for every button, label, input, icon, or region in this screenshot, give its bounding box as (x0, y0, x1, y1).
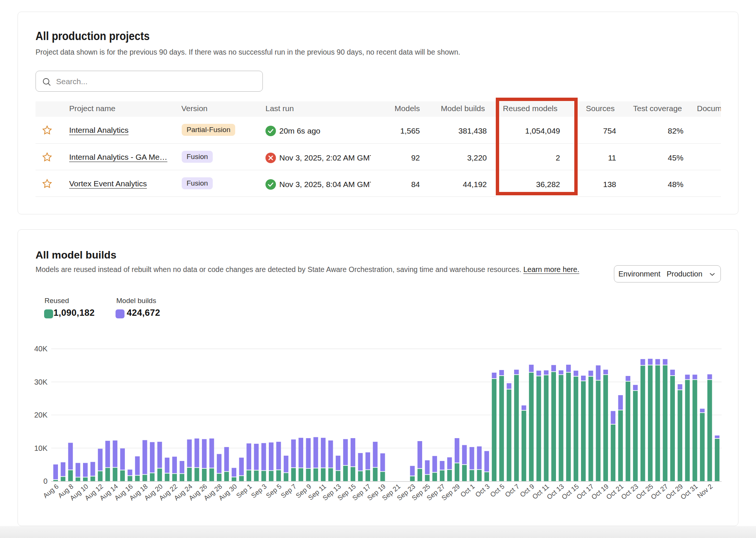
svg-text:40K: 40K (34, 345, 47, 353)
svg-text:Sep 5: Sep 5 (265, 483, 283, 500)
svg-text:Sep 3: Sep 3 (250, 483, 268, 500)
svg-text:Oct 1: Oct 1 (459, 483, 476, 499)
svg-text:Oct 31: Oct 31 (679, 483, 699, 501)
svg-text:0: 0 (43, 477, 47, 485)
svg-text:Oct 7: Oct 7 (504, 483, 521, 499)
svg-text:Nov 2: Nov 2 (696, 483, 714, 500)
svg-text:30K: 30K (34, 378, 47, 386)
svg-text:Sep 7: Sep 7 (280, 483, 298, 500)
svg-text:10K: 10K (34, 444, 47, 452)
svg-text:Sep 1: Sep 1 (235, 483, 253, 500)
svg-text:Oct 5: Oct 5 (489, 483, 506, 499)
svg-text:Oct 3: Oct 3 (474, 483, 491, 499)
svg-text:20K: 20K (34, 411, 47, 419)
